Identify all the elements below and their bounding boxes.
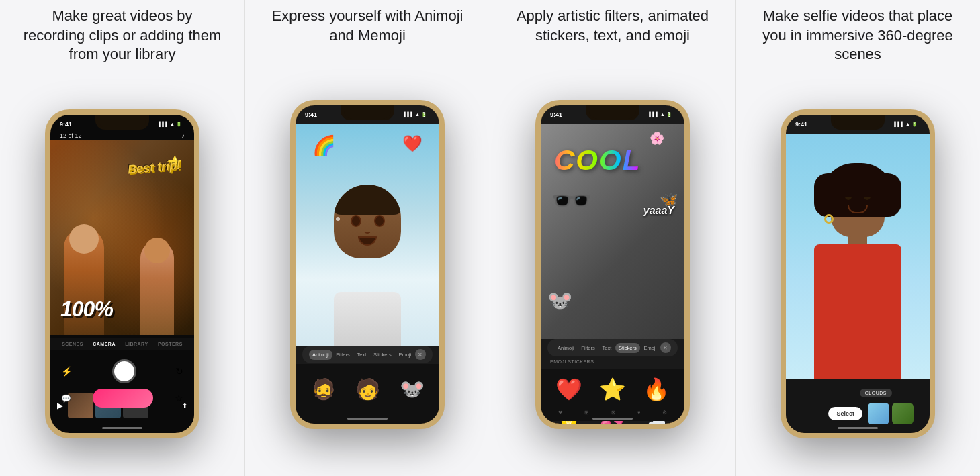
toolbar-tab-emoji[interactable]: Emoji: [395, 350, 414, 360]
toolbar3-close-button[interactable]: ✕: [660, 342, 671, 353]
bottom-icon-5: ⚙: [662, 410, 667, 416]
phone-screen-2: 9:41 ▌▌▌ ▲ 🔋 🌈 ❤️: [296, 105, 439, 424]
scene-select-controls: Select: [828, 403, 914, 424]
phone-notch-3: [589, 105, 636, 119]
phone-mockup-4: 9:41 ▌▌▌ ▲ 🔋: [781, 109, 935, 438]
status-time-4: 9:41: [795, 121, 807, 128]
toolbar3-tab-filters[interactable]: Filters: [578, 343, 598, 353]
panel-1-title: Make great videos by recording clips or …: [21, 7, 223, 64]
earring: [824, 214, 834, 224]
phone1-header: 12 of 12 ♪: [50, 130, 194, 142]
animoji-mouth: [358, 236, 377, 246]
select-scene-button[interactable]: Select: [828, 407, 862, 420]
home-indicator-2: [347, 418, 388, 420]
status-icons-1: ▌▌▌ ▲ 🔋: [159, 122, 182, 127]
toolbar-close-button[interactable]: ✕: [415, 349, 426, 360]
phone-screen-3: 9:41 ▌▌▌ ▲ 🔋 COOL 🕶️ 🌸 🦋 yaaaY 🐭 Animoji…: [541, 105, 684, 424]
control-row-1: [61, 359, 183, 383]
scene-thumbnails: [868, 403, 914, 424]
chat-icon[interactable]: [61, 392, 71, 404]
mickey-sticker: 🐭: [547, 289, 572, 312]
clip-counter: 12 of 12: [60, 132, 82, 139]
animoji-eye-right: [374, 215, 385, 227]
phone-wrapper-2: 9:41 ▌▌▌ ▲ 🔋 🌈 ❤️: [259, 53, 476, 476]
selfie-person: [797, 134, 918, 379]
pink-record-bar[interactable]: [93, 389, 153, 408]
phone-notch-2: [344, 105, 391, 119]
flash-icon[interactable]: [61, 365, 73, 377]
home-indicator-3: [592, 418, 633, 420]
toolbar3-tab-animoji[interactable]: Animoji: [554, 343, 578, 353]
home-indicator-4: [838, 427, 878, 429]
phone4-selfie-area: [786, 134, 930, 379]
toolbar-tab-text[interactable]: Text: [354, 350, 370, 360]
toolbar-tab-filters[interactable]: Filters: [332, 350, 353, 360]
animoji-nose: [363, 228, 371, 234]
phone-wrapper-3: 9:41 ▌▌▌ ▲ 🔋 COOL 🕶️ 🌸 🦋 yaaaY 🐭 Animoji…: [504, 53, 721, 476]
animoji-head: [334, 185, 401, 258]
phone-notch-4: [834, 115, 881, 128]
phone3-toolbar: Animoji Filters Text Stickers Emoji ✕: [547, 339, 678, 356]
person-eyes: [831, 197, 885, 200]
scene-label-badge: CLOUDS: [860, 389, 892, 397]
emoji-sticker-star[interactable]: ⭐: [592, 373, 633, 406]
flower-sticker: 🌸: [650, 131, 664, 146]
bottom-icon-4: ♥: [637, 410, 641, 416]
rainbow-sticker: 🌈: [312, 134, 336, 156]
toolbar3-tab-text[interactable]: Text: [599, 343, 615, 353]
animoji-figure: [324, 171, 411, 346]
person-face-2: [144, 238, 170, 263]
phone-mockup-2: 9:41 ▌▌▌ ▲ 🔋 🌈 ❤️: [290, 100, 445, 429]
percent-sticker: 100%: [60, 297, 113, 322]
status-icons-2: ▌▌▌ ▲ 🔋: [404, 112, 427, 117]
phone-mockup-3: 9:41 ▌▌▌ ▲ 🔋 COOL 🕶️ 🌸 🦋 yaaaY 🐭 Animoji…: [535, 100, 690, 429]
status-icons-4: ▌▌▌ ▲ 🔋: [894, 122, 918, 127]
cool-text-sticker: COOL: [554, 144, 641, 177]
sticker-item-3[interactable]: 🐭: [395, 371, 429, 408]
phone-screen-1: 9:41 ▌▌▌ ▲ 🔋 12 of 12 ♪ ⭐ Best trip!: [50, 115, 194, 433]
person-face: [831, 197, 885, 213]
tab-posters[interactable]: POSTERS: [158, 342, 183, 346]
person-body: [814, 244, 901, 379]
yaaay-sticker: yaaaY: [643, 205, 674, 217]
best-trip-sticker: Best trip!: [127, 158, 181, 177]
scene-thumb-1[interactable]: [868, 403, 889, 424]
phone-wrapper-1: 9:41 ▌▌▌ ▲ 🔋 12 of 12 ♪ ⭐ Best trip!: [13, 73, 231, 476]
record-button[interactable]: [112, 359, 136, 383]
phone2-animoji-area: 🌈 ❤️: [296, 124, 439, 346]
status-time-1: 9:41: [60, 121, 72, 128]
status-icons-3: ▌▌▌ ▲ 🔋: [649, 112, 672, 117]
toolbar-tab-stickers[interactable]: Stickers: [370, 350, 395, 360]
animoji-shirt: [334, 292, 401, 346]
toolbar3-tab-emoji[interactable]: Emoji: [640, 343, 660, 353]
heart-sticker: ❤️: [402, 134, 422, 153]
record-inner: [117, 364, 132, 379]
animoji-eyes: [334, 215, 401, 227]
person-eye-left: [845, 197, 852, 200]
home-indicator-1: [102, 427, 142, 429]
phone1-image-area: ⭐ Best trip! 100%: [50, 140, 194, 335]
status-time-2: 9:41: [305, 111, 317, 118]
panel-2-title: Express yourself with Animoji and Memoji: [267, 7, 468, 45]
tab-camera[interactable]: CAMERA: [93, 342, 116, 346]
emoji-sticker-fire[interactable]: 🔥: [635, 373, 676, 406]
person-smile: [848, 205, 868, 213]
feature-panel-2: Express yourself with Animoji and Memoji…: [244, 0, 490, 476]
panel-3-title: Apply artistic filters, animated sticker…: [512, 7, 713, 45]
toolbar-tab-animoji[interactable]: Animoji: [309, 350, 332, 360]
control-row-2: [61, 389, 183, 408]
toolbar3-tab-stickers[interactable]: Stickers: [615, 343, 640, 353]
tab-library[interactable]: LIBRARY: [125, 342, 148, 346]
emoji-sticker-heart[interactable]: ❤️: [549, 373, 590, 406]
phone3-emoji-grid: ❤️ ⭐ 🔥 💡 💕 ☁️: [541, 369, 684, 403]
animoji-eye-left: [351, 215, 361, 227]
sticker-item-2[interactable]: 🧑: [351, 371, 384, 408]
person-silhouette-2: [140, 241, 174, 335]
tab-scenes[interactable]: SCENES: [62, 342, 83, 346]
scene-thumb-2[interactable]: [892, 403, 914, 424]
phone2-toolbar: Animoji Filters Text Stickers Emoji ✕: [302, 346, 433, 363]
sticker-item-1[interactable]: 🧔: [306, 371, 340, 408]
music-icon: ♪: [182, 132, 185, 139]
favorites-icon[interactable]: [175, 392, 183, 404]
flip-camera-icon[interactable]: [175, 365, 183, 377]
